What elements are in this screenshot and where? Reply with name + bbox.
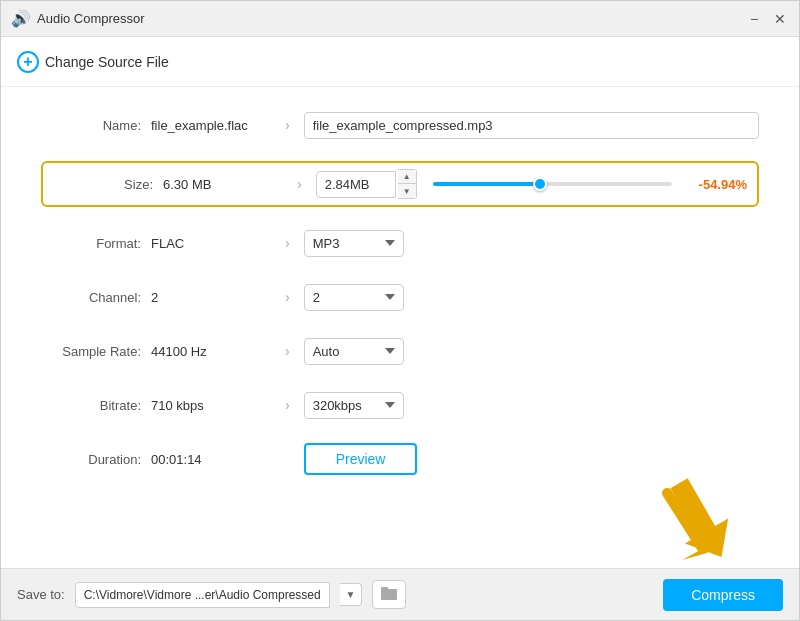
app-icon: 🔊: [11, 9, 31, 28]
save-path-dropdown-button[interactable]: ▼: [340, 583, 363, 606]
close-button[interactable]: ✕: [771, 10, 789, 28]
format-source-value: FLAC: [151, 236, 271, 251]
bitrate-label: Bitrate:: [41, 398, 151, 413]
app-title: Audio Compressor: [37, 11, 145, 26]
svg-rect-5: [381, 587, 388, 591]
format-select[interactable]: MP3 AAC FLAC WAV OGG: [304, 230, 404, 257]
size-slider-thumb[interactable]: [533, 177, 547, 191]
size-row-inner: Size: 6.30 MB › ▲ ▼ -54.94%: [53, 169, 747, 199]
channel-source-value: 2: [151, 290, 271, 305]
name-target-area: [304, 112, 759, 139]
bitrate-arrow-icon: ›: [285, 397, 290, 413]
titlebar: 🔊 Audio Compressor − ✕: [1, 1, 799, 37]
duration-row: Duration: 00:01:14 › Preview: [41, 441, 759, 477]
samplerate-arrow-icon: ›: [285, 343, 290, 359]
size-percent-label: -54.94%: [682, 177, 747, 192]
main-window: 🔊 Audio Compressor − ✕ + Change Source F…: [0, 0, 800, 621]
size-spinner: ▲ ▼: [398, 169, 417, 199]
format-target-area: MP3 AAC FLAC WAV OGG: [304, 230, 759, 257]
folder-icon: [381, 586, 397, 600]
minimize-button[interactable]: −: [745, 10, 763, 28]
size-input-group: ▲ ▼: [316, 169, 417, 199]
bitrate-row: Bitrate: 710 kbps › 320kbps 256kbps 192k…: [41, 387, 759, 423]
compress-button[interactable]: Compress: [663, 579, 783, 611]
titlebar-controls: − ✕: [745, 10, 789, 28]
size-down-button[interactable]: ▼: [398, 184, 416, 198]
size-arrow-icon: ›: [297, 176, 302, 192]
size-row-wrapper: Size: 6.30 MB › ▲ ▼ -54.94%: [41, 161, 759, 207]
channel-arrow-icon: ›: [285, 289, 290, 305]
samplerate-select[interactable]: Auto 44100 Hz 48000 Hz 22050 Hz: [304, 338, 404, 365]
format-label: Format:: [41, 236, 151, 251]
save-path-input[interactable]: [75, 582, 330, 608]
change-source-label: Change Source File: [45, 54, 169, 70]
channel-select[interactable]: 1 2 Auto: [304, 284, 404, 311]
size-source-value: 6.30 MB: [163, 177, 283, 192]
change-source-button[interactable]: + Change Source File: [17, 51, 169, 73]
plus-circle-icon: +: [17, 51, 39, 73]
titlebar-left: 🔊 Audio Compressor: [11, 9, 145, 28]
name-label: Name:: [41, 118, 151, 133]
toolbar: + Change Source File: [1, 37, 799, 87]
name-source-value: file_example.flac: [151, 118, 271, 133]
samplerate-source-value: 44100 Hz: [151, 344, 271, 359]
open-folder-button[interactable]: [372, 580, 406, 609]
size-label: Size:: [53, 177, 163, 192]
bottom-bar: Save to: ▼ Compress: [1, 568, 799, 620]
name-row: Name: file_example.flac ›: [41, 107, 759, 143]
duration-value: 00:01:14: [151, 452, 271, 467]
name-target-input[interactable]: [304, 112, 759, 139]
size-slider-track[interactable]: [433, 182, 672, 186]
size-slider-area: -54.94%: [433, 177, 747, 192]
format-row: Format: FLAC › MP3 AAC FLAC WAV OGG: [41, 225, 759, 261]
yellow-arrow-graphic: [647, 488, 727, 568]
duration-label: Duration:: [41, 452, 151, 467]
name-arrow-icon: ›: [285, 117, 290, 133]
samplerate-row: Sample Rate: 44100 Hz › Auto 44100 Hz 48…: [41, 333, 759, 369]
svg-line-1: [667, 493, 702, 548]
size-up-button[interactable]: ▲: [398, 170, 416, 184]
preview-button[interactable]: Preview: [304, 443, 418, 475]
channel-label: Channel:: [41, 290, 151, 305]
channel-target-area: 1 2 Auto: [304, 284, 759, 311]
bitrate-target-area: 320kbps 256kbps 192kbps 128kbps 64kbps: [304, 392, 759, 419]
save-to-label: Save to:: [17, 587, 65, 602]
samplerate-target-area: Auto 44100 Hz 48000 Hz 22050 Hz: [304, 338, 759, 365]
duration-target-area: Preview: [304, 443, 759, 475]
size-slider-fill: [433, 182, 541, 186]
channel-row: Channel: 2 › 1 2 Auto: [41, 279, 759, 315]
bottom-section: Save to: ▼ Compress: [1, 568, 799, 620]
format-arrow-icon: ›: [285, 235, 290, 251]
samplerate-label: Sample Rate:: [41, 344, 151, 359]
size-target-input[interactable]: [316, 171, 396, 198]
bitrate-source-value: 710 kbps: [151, 398, 271, 413]
bitrate-select[interactable]: 320kbps 256kbps 192kbps 128kbps 64kbps: [304, 392, 404, 419]
